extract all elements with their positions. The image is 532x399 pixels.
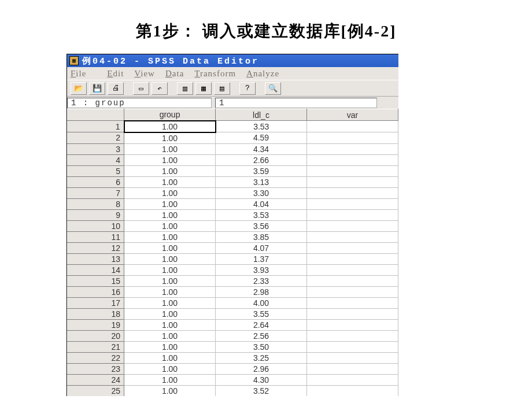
cell-group[interactable]: 1.00 — [124, 297, 216, 308]
cell-ldlc[interactable]: 3.55 — [216, 308, 307, 319]
row-number[interactable]: 4 — [68, 154, 124, 165]
cell-group[interactable]: 1.00 — [124, 308, 216, 319]
cell-empty[interactable] — [306, 308, 398, 319]
menu-transform[interactable]: Transform — [194, 69, 236, 79]
cell-ldlc[interactable]: 3.93 — [216, 264, 307, 275]
row-number[interactable]: 12 — [68, 242, 124, 253]
cell-ldlc[interactable]: 4.00 — [216, 297, 307, 308]
row-number[interactable]: 21 — [68, 341, 124, 352]
cell-group[interactable]: 1.00 — [124, 319, 216, 330]
cell-ldlc[interactable]: 3.30 — [216, 187, 307, 198]
cell-ldlc[interactable]: 3.50 — [216, 341, 307, 352]
undo-icon[interactable]: ↶ — [152, 82, 168, 95]
row-number[interactable]: 6 — [68, 176, 124, 187]
cell-group[interactable]: 1.00 — [124, 154, 216, 165]
menu-edit[interactable]: Edit — [107, 69, 124, 79]
cell-empty[interactable] — [306, 220, 398, 231]
row-number[interactable]: 2 — [68, 132, 124, 144]
chart-icon[interactable]: ▥ — [177, 82, 193, 95]
cell-ldlc[interactable]: 3.13 — [216, 176, 307, 187]
row-number[interactable]: 15 — [68, 275, 124, 286]
cell-ldlc[interactable]: 4.30 — [216, 374, 307, 385]
menu-view[interactable]: View — [134, 69, 155, 79]
cell-ldlc[interactable]: 3.53 — [216, 209, 307, 220]
cell-empty[interactable] — [306, 198, 398, 209]
cell-ldlc[interactable]: 1.37 — [216, 253, 307, 264]
cell-ldlc[interactable]: 2.96 — [216, 363, 307, 374]
cell-group[interactable]: 1.00 — [124, 341, 216, 352]
cell-empty[interactable] — [306, 297, 398, 308]
cell-group[interactable]: 1.00 — [124, 286, 216, 297]
row-number[interactable]: 3 — [68, 143, 124, 154]
cell-empty[interactable] — [306, 374, 398, 385]
cell-group[interactable]: 1.00 — [124, 264, 216, 275]
cell-ldlc[interactable]: 2.64 — [216, 319, 307, 330]
row-number[interactable]: 22 — [68, 352, 124, 363]
save-icon[interactable]: 💾 — [89, 82, 105, 95]
cell-group[interactable]: 1.00 — [124, 209, 216, 220]
row-number[interactable]: 16 — [68, 286, 124, 297]
menu-analyze[interactable]: Analyze — [246, 69, 279, 79]
cell-empty[interactable] — [306, 132, 398, 144]
row-number[interactable]: 23 — [68, 363, 124, 374]
row-number[interactable]: 19 — [68, 319, 124, 330]
menu-file[interactable]: File — [71, 69, 97, 79]
cell-empty[interactable] — [306, 242, 398, 253]
cell-ldlc[interactable]: 4.59 — [216, 132, 307, 144]
row-number[interactable]: 24 — [68, 374, 124, 385]
cell-ldlc[interactable]: 3.85 — [216, 231, 307, 242]
row-number[interactable]: 11 — [68, 231, 124, 242]
cell-empty[interactable] — [306, 286, 398, 297]
col-header-var[interactable]: var — [306, 109, 398, 121]
cell-empty[interactable] — [306, 385, 398, 396]
cell-empty[interactable] — [306, 275, 398, 286]
cell-empty[interactable] — [306, 231, 398, 242]
variables-icon[interactable]: ▤ — [214, 82, 230, 95]
cell-empty[interactable] — [306, 121, 398, 132]
cell-empty[interactable] — [306, 187, 398, 198]
cell-group[interactable]: 1.00 — [124, 253, 216, 264]
help-icon[interactable]: ? — [239, 82, 256, 95]
cell-group[interactable]: 1.00 — [124, 176, 216, 187]
cell-group[interactable]: 1.00 — [124, 275, 216, 286]
open-icon[interactable]: 📂 — [71, 82, 87, 95]
row-number[interactable]: 9 — [68, 209, 124, 220]
cell-group[interactable]: 1.00 — [124, 242, 216, 253]
cell-ldlc[interactable]: 2.56 — [216, 330, 307, 341]
cell-ldlc[interactable]: 2.66 — [216, 154, 307, 165]
cell-group[interactable]: 1.00 — [124, 363, 216, 374]
cell-ldlc[interactable]: 3.52 — [216, 385, 307, 396]
cell-ldlc[interactable]: 3.53 — [216, 121, 307, 132]
cell-value[interactable]: 1 — [215, 98, 377, 108]
cell-group[interactable]: 1.00 — [124, 374, 216, 385]
cell-empty[interactable] — [306, 363, 398, 374]
cell-group[interactable]: 1.00 — [124, 220, 216, 231]
cell-group[interactable]: 1.00 — [124, 143, 216, 154]
dialog-recall-icon[interactable]: ▭ — [133, 82, 149, 95]
row-number[interactable]: 10 — [68, 220, 124, 231]
cell-ldlc[interactable]: 2.98 — [216, 286, 307, 297]
cell-group[interactable]: 1.00 — [124, 385, 216, 396]
row-number[interactable]: 5 — [68, 165, 124, 176]
cell-group[interactable]: 1.00 — [124, 121, 216, 132]
cell-empty[interactable] — [306, 319, 398, 330]
cell-ldlc[interactable]: 2.33 — [216, 275, 307, 286]
cell-group[interactable]: 1.00 — [124, 187, 216, 198]
find-icon[interactable]: 🔍 — [265, 82, 281, 95]
cell-ldlc[interactable]: 4.04 — [216, 198, 307, 209]
cell-empty[interactable] — [306, 352, 398, 363]
menu-data[interactable]: Data — [165, 69, 184, 79]
row-number[interactable]: 25 — [68, 385, 124, 396]
goto-icon[interactable]: ▦ — [195, 82, 212, 95]
row-number[interactable]: 20 — [68, 330, 124, 341]
cell-empty[interactable] — [306, 341, 398, 352]
cell-ldlc[interactable]: 3.56 — [216, 220, 307, 231]
cell-empty[interactable] — [306, 176, 398, 187]
cell-group[interactable]: 1.00 — [124, 165, 216, 176]
row-number[interactable]: 13 — [68, 253, 124, 264]
cell-ldlc[interactable]: 3.25 — [216, 352, 307, 363]
cell-empty[interactable] — [306, 143, 398, 154]
col-header-ldlc[interactable]: ldl_c — [216, 109, 307, 121]
cell-empty[interactable] — [306, 165, 398, 176]
cell-group[interactable]: 1.00 — [124, 330, 216, 341]
